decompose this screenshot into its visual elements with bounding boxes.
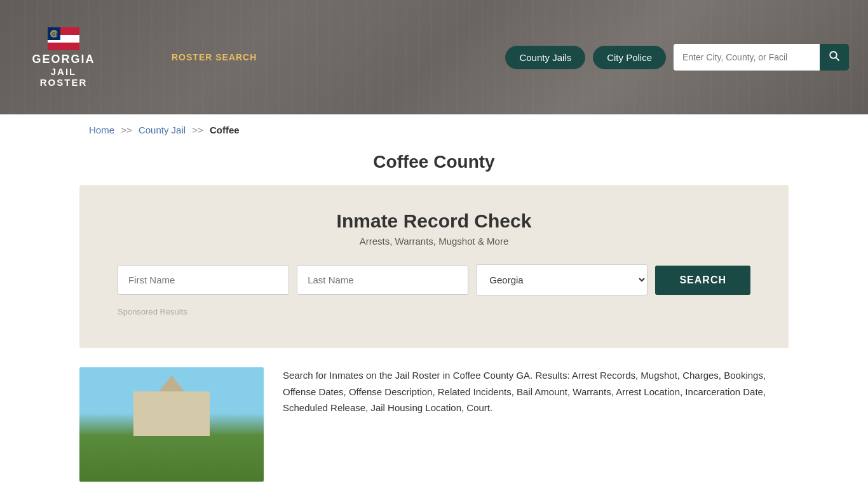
header-right-nav: County Jails City Police <box>505 44 849 71</box>
logo-text-roster: ROSTER <box>40 77 88 88</box>
page-title: Coffee County <box>0 152 868 172</box>
sponsored-results-label: Sponsored Results <box>118 307 750 316</box>
city-police-button[interactable]: City Police <box>593 46 666 69</box>
page-title-area: Coffee County <box>0 146 868 185</box>
inmate-search-subtitle: Arrests, Warrants, Mugshot & More <box>118 236 750 247</box>
county-building-image <box>79 367 264 482</box>
svg-text:GA: GA <box>52 32 59 36</box>
inmate-search-title: Inmate Record Check <box>118 210 750 232</box>
svg-line-7 <box>836 58 839 61</box>
bottom-section: Search for Inmates on the Jail Roster in… <box>0 348 868 488</box>
svg-rect-2 <box>48 43 79 50</box>
georgia-flag-icon: GA <box>48 27 79 50</box>
site-header: GA GEORGIA JAIL ROSTER ROSTER SEARCH Cou… <box>0 0 868 114</box>
last-name-input[interactable] <box>297 265 468 295</box>
search-icon <box>829 50 840 62</box>
inmate-search-button[interactable]: SEARCH <box>655 266 750 295</box>
bottom-description: Search for Inmates on the Jail Roster in… <box>283 367 789 416</box>
breadcrumb-current: Coffee <box>210 125 240 135</box>
header-search-button[interactable] <box>820 44 849 71</box>
inmate-search-section: Inmate Record Check Arrests, Warrants, M… <box>79 185 789 348</box>
inmate-search-form: Georgia Alabama Florida Tennessee SEARCH <box>118 264 750 295</box>
logo-area[interactable]: GA GEORGIA JAIL ROSTER <box>19 27 108 88</box>
county-jails-button[interactable]: County Jails <box>505 46 585 69</box>
breadcrumb: Home >> County Jail >> Coffee <box>0 114 868 146</box>
logo-text-jail: JAIL <box>51 66 77 77</box>
header-search-input[interactable] <box>674 46 820 69</box>
breadcrumb-county-jail[interactable]: County Jail <box>139 125 186 135</box>
header-content: GA GEORGIA JAIL ROSTER ROSTER SEARCH Cou… <box>0 0 868 114</box>
breadcrumb-sep-1: >> <box>121 125 132 135</box>
header-search-bar <box>674 44 849 71</box>
state-select[interactable]: Georgia Alabama Florida Tennessee <box>476 264 648 295</box>
first-name-input[interactable] <box>118 265 289 295</box>
nav-roster-search[interactable]: ROSTER SEARCH <box>172 52 257 62</box>
breadcrumb-sep-2: >> <box>192 125 203 135</box>
logo-text-georgia: GEORGIA <box>32 53 95 66</box>
breadcrumb-home[interactable]: Home <box>89 125 114 135</box>
svg-point-6 <box>830 51 837 58</box>
